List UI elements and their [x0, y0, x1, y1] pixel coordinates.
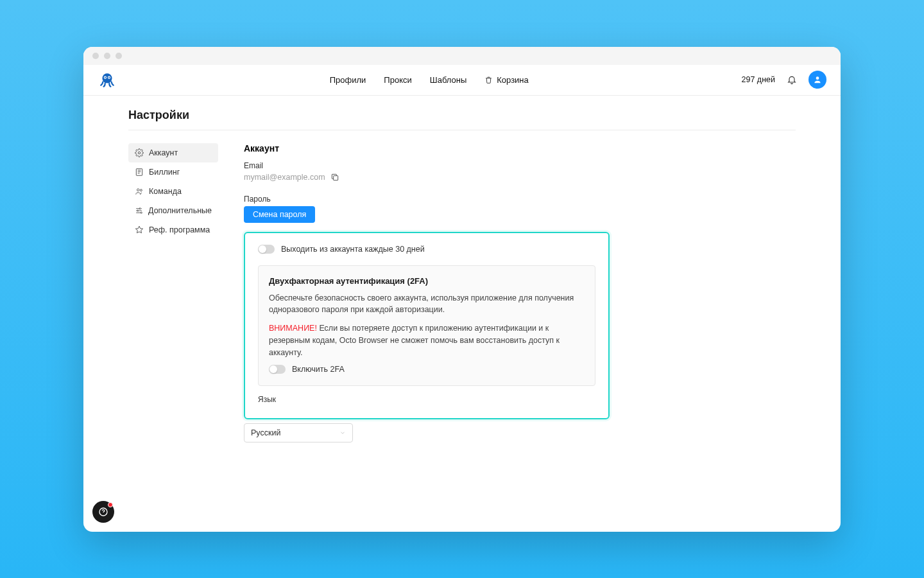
- help-fab[interactable]: [92, 501, 114, 523]
- sidebar-item-label: Реф. программа: [149, 225, 210, 234]
- svg-point-5: [816, 76, 819, 80]
- star-icon: [135, 225, 144, 234]
- topbar-right: 297 дней: [742, 71, 826, 89]
- content: Настройки Аккаунт Биллинг Команда Допол: [83, 96, 841, 532]
- email-label: Email: [244, 161, 796, 170]
- security-highlight-box: Выходить из аккаунта каждые 30 дней Двух…: [244, 232, 610, 420]
- logout-every-30d-toggle[interactable]: [258, 245, 275, 254]
- twofa-title: Двухфакторная аутентификация (2FA): [269, 276, 585, 286]
- enable-2fa-label: Включить 2FA: [292, 365, 345, 374]
- help-notification-dot: [108, 502, 113, 507]
- enable-2fa-toggle[interactable]: [269, 365, 286, 374]
- change-password-button[interactable]: Смена пароля: [244, 206, 315, 223]
- sidebar-item-label: Команда: [149, 187, 182, 196]
- email-value: mymail@example.com: [244, 173, 325, 182]
- app-logo[interactable]: [98, 70, 117, 89]
- window-min-dot[interactable]: [104, 53, 110, 59]
- avatar[interactable]: [809, 71, 826, 89]
- twofa-description: Обеспечьте безопасность своего аккаунта,…: [269, 292, 585, 317]
- copy-icon[interactable]: [330, 173, 339, 182]
- nav-trash[interactable]: Корзина: [484, 75, 529, 85]
- language-value: Русский: [251, 428, 280, 437]
- sidebar-item-label: Аккаунт: [149, 148, 178, 157]
- user-icon: [813, 75, 822, 84]
- logout-every-30d-label: Выходить из аккаунта каждые 30 дней: [281, 245, 425, 254]
- main-panel: Аккаунт Email mymail@example.com Пароль …: [244, 143, 796, 443]
- trash-icon: [484, 76, 493, 84]
- svg-point-0: [102, 73, 112, 83]
- svg-point-9: [140, 189, 142, 191]
- svg-point-12: [141, 212, 142, 213]
- days-left-label[interactable]: 297 дней: [742, 75, 775, 84]
- window-max-dot[interactable]: [116, 53, 122, 59]
- nav-trash-label: Корзина: [497, 75, 529, 85]
- sidebar-item-label: Биллинг: [149, 168, 180, 177]
- sidebar-item-referral[interactable]: Реф. программа: [128, 220, 218, 240]
- enable-2fa-row: Включить 2FA: [269, 365, 585, 374]
- topbar: Профили Прокси Шаблоны Корзина 297 дней: [83, 65, 841, 96]
- svg-point-4: [108, 77, 110, 78]
- svg-rect-7: [136, 168, 142, 175]
- help-icon: [98, 507, 108, 517]
- svg-point-3: [105, 77, 106, 78]
- gear-icon: [135, 148, 144, 157]
- svg-rect-13: [333, 175, 338, 180]
- browser-window: Профили Прокси Шаблоны Корзина 297 дней: [83, 47, 841, 532]
- team-icon: [135, 187, 144, 196]
- page-title: Настройки: [128, 109, 796, 130]
- svg-point-6: [138, 152, 141, 154]
- language-select[interactable]: Русский: [244, 423, 353, 442]
- logout-every-30d-row: Выходить из аккаунта каждые 30 дней: [258, 245, 595, 254]
- password-label: Пароль: [244, 195, 796, 204]
- sidebar-item-team[interactable]: Команда: [128, 182, 218, 201]
- email-row: mymail@example.com: [244, 173, 796, 182]
- nav-profiles[interactable]: Профили: [330, 75, 366, 85]
- window-titlebar: [83, 47, 841, 65]
- body-layout: Аккаунт Биллинг Команда Дополнительные Р…: [128, 143, 796, 443]
- twofa-card: Двухфакторная аутентификация (2FA) Обесп…: [258, 265, 595, 387]
- warning-label: ВНИМАНИЕ!: [269, 324, 317, 333]
- svg-point-10: [139, 207, 141, 209]
- billing-icon: [135, 168, 144, 177]
- sidebar-item-advanced[interactable]: Дополнительные: [128, 201, 218, 220]
- sidebar-item-label: Дополнительные: [148, 206, 212, 215]
- main-nav: Профили Прокси Шаблоны Корзина: [330, 75, 529, 85]
- nav-templates[interactable]: Шаблоны: [430, 75, 467, 85]
- svg-point-11: [137, 209, 139, 211]
- language-label: Язык: [258, 395, 595, 404]
- sliders-icon: [135, 206, 143, 215]
- notifications-icon[interactable]: [787, 74, 797, 85]
- language-section: Язык: [258, 395, 595, 404]
- settings-sidebar: Аккаунт Биллинг Команда Дополнительные Р…: [128, 143, 218, 443]
- sidebar-item-account[interactable]: Аккаунт: [128, 143, 218, 162]
- chevron-down-icon: [339, 430, 346, 436]
- window-close-dot[interactable]: [92, 53, 99, 59]
- svg-point-8: [137, 188, 140, 191]
- sidebar-item-billing[interactable]: Биллинг: [128, 162, 218, 182]
- section-title-account: Аккаунт: [244, 143, 796, 153]
- twofa-warning: ВНИМАНИЕ! Если вы потеряете доступ к при…: [269, 322, 585, 358]
- nav-proxy[interactable]: Прокси: [384, 75, 411, 85]
